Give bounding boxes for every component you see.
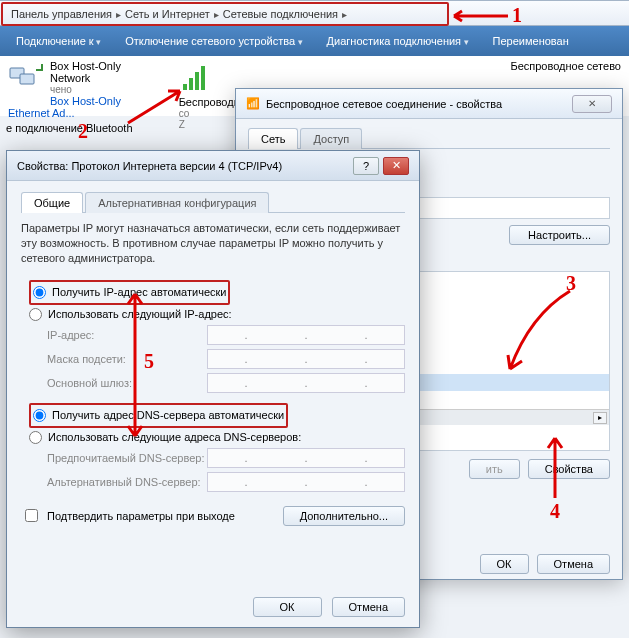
command-bar: Подключение к Отключение сетевого устрой… [0, 26, 629, 56]
tab-strip: Общие Альтернативная конфигурация [21, 191, 405, 213]
crumb-control-panel[interactable]: Панель управления [11, 8, 112, 20]
label-alternate-dns: Альтернативный DNS-сервер: [47, 476, 207, 488]
radio-input[interactable] [29, 308, 42, 321]
label-ip-address: IP-адрес: [47, 329, 207, 341]
ip-address-input: ... [207, 325, 405, 345]
svg-rect-3 [189, 78, 193, 90]
toolbar-connect-to[interactable]: Подключение к [16, 35, 101, 47]
connection-name: Беспроводное сетево [510, 60, 621, 72]
chevron-right-icon: ▸ [214, 9, 219, 20]
radio-obtain-ip-auto[interactable]: Получить IP-адрес автоматически [33, 286, 226, 299]
close-button[interactable]: ✕ [383, 157, 409, 175]
preferred-dns-input: ... [207, 448, 405, 468]
tab-general[interactable]: Общие [21, 192, 83, 213]
breadcrumb[interactable]: Панель управления ▸ Сеть и Интернет ▸ Се… [1, 2, 449, 26]
scroll-right-icon[interactable]: ▸ [593, 412, 607, 424]
ok-button[interactable]: ОК [253, 597, 322, 617]
label-preferred-dns: Предпочитаемый DNS-сервер: [47, 452, 207, 464]
alternate-dns-input: ... [207, 472, 405, 492]
ok-button[interactable]: ОК [480, 554, 529, 574]
connection-item[interactable]: Box Host-Only Network чено Box Host-Only… [8, 60, 149, 112]
cancel-button[interactable]: Отмена [332, 597, 405, 617]
radio-input[interactable] [29, 431, 42, 444]
ipv4-properties-dialog: Свойства: Протокол Интернета версии 4 (T… [6, 150, 420, 628]
validate-on-exit-checkbox[interactable]: Подтвердить параметры при выходе [21, 506, 235, 525]
tab-strip: Сеть Доступ [248, 127, 610, 149]
chevron-right-icon: ▸ [116, 9, 121, 20]
label-subnet-mask: Маска подсети: [47, 353, 207, 365]
network-adapter-icon [8, 60, 44, 96]
toolbar-diagnose[interactable]: Диагностика подключения [327, 35, 469, 47]
radio-input[interactable] [33, 409, 46, 422]
svg-rect-5 [201, 66, 205, 90]
help-button[interactable]: ? [353, 157, 379, 175]
checkbox-input[interactable] [25, 509, 38, 522]
tab-access[interactable]: Доступ [300, 128, 362, 149]
svg-rect-1 [20, 74, 34, 84]
info-text: Параметры IP могут назначаться автоматич… [21, 221, 405, 266]
svg-rect-2 [183, 84, 187, 90]
install-button[interactable]: ить [469, 459, 520, 479]
configure-button[interactable]: Настроить... [509, 225, 610, 245]
radio-use-ip-manual[interactable]: Использовать следующий IP-адрес: [29, 308, 405, 321]
close-button[interactable]: ✕ [572, 95, 612, 113]
toolbar-disable-device[interactable]: Отключение сетевого устройства [125, 35, 302, 47]
connection-name: е подключение Bluetooth [6, 122, 133, 134]
dialog-titlebar[interactable]: Свойства: Протокол Интернета версии 4 (T… [7, 151, 419, 181]
gateway-input: ... [207, 373, 405, 393]
radio-obtain-dns-auto[interactable]: Получить адрес DNS-сервера автоматически [33, 409, 284, 422]
radio-input[interactable] [33, 286, 46, 299]
chevron-right-icon: ▸ [342, 9, 347, 20]
tab-network[interactable]: Сеть [248, 128, 298, 149]
wifi-signal-icon [179, 60, 215, 96]
subnet-mask-input: ... [207, 349, 405, 369]
connection-adapter: Box Host-Only Ethernet Ad... [8, 95, 149, 119]
crumb-network-connections[interactable]: Сетевые подключения [223, 8, 338, 20]
crumb-network-internet[interactable]: Сеть и Интернет [125, 8, 210, 20]
toolbar-rename[interactable]: Переименован [493, 35, 569, 47]
dialog-title: Свойства: Протокол Интернета версии 4 (T… [17, 160, 282, 172]
radio-use-dns-manual[interactable]: Использовать следующие адреса DNS-сервер… [29, 431, 405, 444]
label-gateway: Основной шлюз: [47, 377, 207, 389]
properties-button[interactable]: Свойства [528, 459, 610, 479]
svg-rect-4 [195, 72, 199, 90]
advanced-button[interactable]: Дополнительно... [283, 506, 405, 526]
dialog-titlebar[interactable]: 📶 Беспроводное сетевое соединение - свой… [236, 89, 622, 119]
connection-item[interactable]: е подключение Bluetooth [6, 122, 133, 134]
dialog-title: Беспроводное сетевое соединение - свойст… [266, 98, 502, 110]
address-bar: Панель управления ▸ Сеть и Интернет ▸ Се… [0, 0, 629, 26]
tab-alternate-config[interactable]: Альтернативная конфигурация [85, 192, 269, 213]
cancel-button[interactable]: Отмена [537, 554, 610, 574]
wifi-icon: 📶 [246, 97, 260, 110]
